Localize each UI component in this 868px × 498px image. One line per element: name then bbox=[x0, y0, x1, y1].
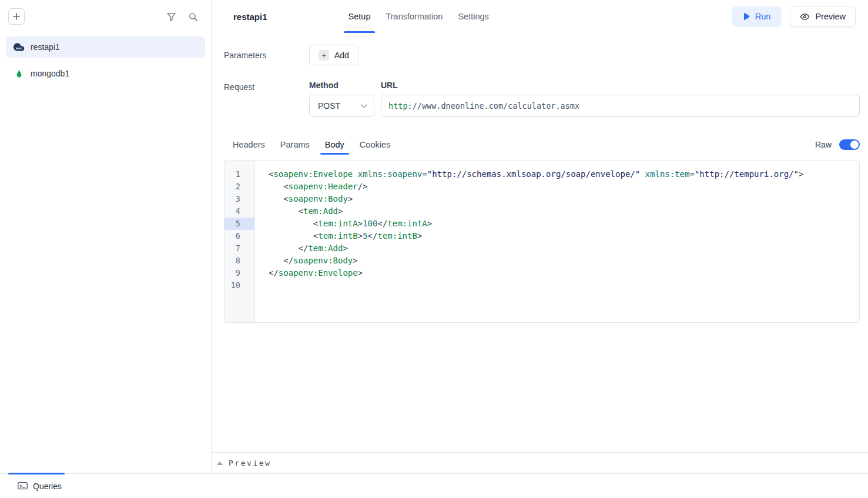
funnel-icon bbox=[166, 12, 176, 22]
plus-icon: + bbox=[319, 50, 329, 61]
svg-text:REST: REST bbox=[16, 48, 22, 50]
active-tab-indicator bbox=[8, 473, 65, 474]
raw-label: Raw bbox=[815, 140, 832, 149]
code-line[interactable]: <tem:intB>5</tem:intB> bbox=[269, 230, 859, 242]
add-parameter-button[interactable]: + Add bbox=[309, 45, 358, 65]
url-label: URL bbox=[381, 81, 860, 90]
header-actions: Run Preview bbox=[732, 0, 856, 33]
search-icon bbox=[188, 12, 198, 22]
bottom-bar: Queries bbox=[0, 473, 868, 498]
url-input[interactable]: http://www.dneonline.com/calculator.asmx bbox=[381, 95, 860, 117]
app-window: REST restapi1 mongodb1 restapi1 Setup Tr… bbox=[0, 0, 868, 498]
code-line[interactable] bbox=[269, 279, 859, 292]
line-number: 7 bbox=[224, 242, 254, 255]
parameters-row: Parameters + Add bbox=[224, 45, 860, 65]
line-number: 6 bbox=[224, 230, 254, 242]
tab-headers[interactable]: Headers bbox=[228, 135, 270, 155]
main-panel: restapi1 Setup Transformation Settings R… bbox=[212, 0, 868, 473]
code-line[interactable]: </tem:Add> bbox=[269, 242, 859, 255]
raw-toggle[interactable] bbox=[839, 139, 860, 150]
code-line[interactable]: <soapenv:Header/> bbox=[269, 181, 859, 193]
code-line[interactable]: <tem:Add> bbox=[269, 205, 859, 218]
request-config-tabs: Headers Params Body Cookies Raw bbox=[224, 135, 860, 155]
rest-api-cloud-icon: REST bbox=[13, 41, 25, 53]
sidebar-actions bbox=[166, 12, 198, 22]
play-icon bbox=[743, 13, 750, 20]
request-label: Request bbox=[224, 81, 309, 117]
preview-collapse-bar[interactable]: Preview bbox=[212, 452, 868, 473]
preview-panel-label: Preview bbox=[229, 459, 271, 467]
preview-button-label: Preview bbox=[815, 12, 846, 21]
tab-setup[interactable]: Setup bbox=[344, 0, 376, 33]
line-number: 2 bbox=[224, 181, 254, 193]
queries-tab[interactable]: Queries bbox=[18, 482, 62, 491]
tab-cookies[interactable]: Cookies bbox=[355, 135, 395, 155]
code-line[interactable]: <soapenv:Envelope xmlns:soapenv="http://… bbox=[269, 168, 859, 181]
sidebar-item-mongodb1[interactable]: mongodb1 bbox=[6, 63, 205, 84]
sidebar-item-label: restapi1 bbox=[31, 42, 60, 52]
line-number: 5 bbox=[224, 218, 254, 230]
method-label: Method bbox=[309, 81, 374, 90]
query-title: restapi1 bbox=[233, 12, 267, 22]
chevron-down-icon bbox=[361, 104, 367, 108]
parameters-label: Parameters bbox=[224, 51, 309, 60]
raw-toggle-group: Raw bbox=[815, 139, 860, 150]
code-line[interactable]: </soapenv:Envelope> bbox=[269, 267, 859, 279]
sidebar-item-restapi1[interactable]: REST restapi1 bbox=[6, 36, 205, 58]
setup-content: Parameters + Add Request Method POST URL bbox=[212, 33, 868, 452]
url-field: URL http://www.dneonline.com/calculator.… bbox=[381, 81, 860, 117]
method-field: Method POST bbox=[309, 81, 374, 117]
queries-icon bbox=[18, 482, 28, 490]
run-button[interactable]: Run bbox=[732, 6, 782, 27]
line-number: 4 bbox=[224, 205, 254, 218]
tab-transformation[interactable]: Transformation bbox=[381, 0, 447, 33]
main-tabs: Setup Transformation Settings bbox=[344, 0, 494, 33]
method-select[interactable]: POST bbox=[309, 95, 374, 117]
editor-gutter: 12345678910 bbox=[224, 161, 255, 322]
filter-button[interactable] bbox=[166, 12, 176, 22]
editor-code[interactable]: <soapenv:Envelope xmlns:soapenv="http://… bbox=[255, 161, 859, 322]
line-number: 10 bbox=[224, 279, 254, 292]
line-number: 9 bbox=[224, 267, 254, 279]
query-list: REST restapi1 mongodb1 bbox=[0, 33, 211, 93]
add-button-label: Add bbox=[334, 51, 349, 60]
body-code-editor: 12345678910 <soapenv:Envelope xmlns:soap… bbox=[224, 160, 860, 323]
code-line[interactable]: <tem:intA>100</tem:intA> bbox=[269, 218, 859, 230]
code-line[interactable]: </soapenv:Body> bbox=[269, 255, 859, 267]
tab-settings[interactable]: Settings bbox=[453, 0, 493, 33]
eye-icon bbox=[800, 12, 810, 22]
plus-icon bbox=[12, 12, 21, 21]
tab-body[interactable]: Body bbox=[320, 135, 349, 155]
url-value: http://www.dneonline.com/calculator.asmx bbox=[388, 101, 579, 111]
request-row: Request Method POST URL http://www.dneon… bbox=[224, 81, 860, 117]
preview-button[interactable]: Preview bbox=[790, 6, 856, 27]
run-button-label: Run bbox=[755, 12, 771, 21]
new-query-button[interactable] bbox=[8, 8, 25, 25]
main-header: restapi1 Setup Transformation Settings R… bbox=[212, 0, 868, 33]
code-line[interactable]: <soapenv:Body> bbox=[269, 193, 859, 205]
triangle-up-icon bbox=[217, 462, 223, 465]
sidebar-item-label: mongodb1 bbox=[31, 69, 69, 78]
line-number: 1 bbox=[224, 168, 254, 181]
search-button[interactable] bbox=[188, 12, 198, 22]
method-value: POST bbox=[318, 101, 340, 111]
line-number: 3 bbox=[224, 193, 254, 205]
sidebar: REST restapi1 mongodb1 bbox=[0, 0, 212, 473]
mongodb-leaf-icon bbox=[13, 69, 25, 79]
sidebar-header bbox=[0, 0, 211, 33]
tab-params[interactable]: Params bbox=[276, 135, 314, 155]
toggle-knob bbox=[850, 141, 859, 149]
queries-tab-label: Queries bbox=[33, 482, 62, 491]
line-number: 8 bbox=[224, 255, 254, 267]
